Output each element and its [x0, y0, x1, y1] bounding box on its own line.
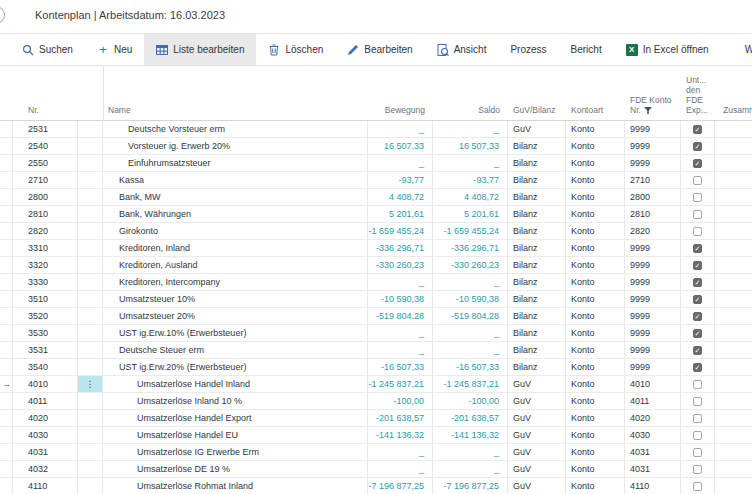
cell-bewegung[interactable]: _	[368, 342, 433, 358]
table-row[interactable]: 4030Umsatzerlöse Handel EU-141 136,32-14…	[0, 427, 752, 444]
cell-saldo[interactable]: _	[433, 274, 508, 290]
cell-nr[interactable]: 2550	[13, 155, 78, 171]
fde-export-checkbox[interactable]	[693, 482, 702, 491]
cell-fde-konto-nr[interactable]: 9999	[625, 121, 681, 137]
cell-guv-bilanz[interactable]: GuV	[508, 410, 566, 426]
cell-saldo[interactable]: _	[433, 444, 508, 460]
fde-export-checkbox[interactable]: ✓	[693, 329, 702, 338]
row-selector-gutter[interactable]: →	[0, 376, 13, 392]
table-row[interactable]: 4110Umsatzerlöse Rohmat Inland-7 196 877…	[0, 478, 752, 494]
cell-kontoart[interactable]: Konto	[566, 444, 625, 460]
column-header-name[interactable]: Name	[103, 105, 368, 120]
fde-export-checkbox[interactable]	[693, 210, 702, 219]
cell-saldo[interactable]: -330 260,23	[433, 257, 508, 273]
fde-export-checkbox[interactable]	[693, 448, 702, 457]
table-row[interactable]: 3530UST ig.Erw.10% (Erwerbsteuer)__Bilan…	[0, 325, 752, 342]
row-selector-gutter[interactable]	[0, 257, 13, 273]
cell-fde-konto-nr[interactable]: 4030	[625, 427, 681, 443]
row-selector-gutter[interactable]	[0, 325, 13, 341]
cell-guv-bilanz[interactable]: Bilanz	[508, 138, 566, 154]
cell-nr[interactable]: 4031	[13, 444, 78, 460]
cell-saldo[interactable]: 16 507,33	[433, 138, 508, 154]
cell-zusamm[interactable]	[715, 206, 752, 222]
column-header-nr[interactable]: Nr.	[13, 105, 78, 120]
edit-list-button[interactable]: Liste bearbeiten	[144, 34, 256, 65]
cell-zusamm[interactable]	[715, 461, 752, 477]
cell-kontoart[interactable]: Konto	[566, 138, 625, 154]
edit-button[interactable]: Bearbeiten	[335, 34, 424, 65]
cell-zusamm[interactable]	[715, 478, 752, 494]
cell-fde-konto-nr[interactable]: 4110	[625, 478, 681, 494]
cell-name[interactable]: Deutsche Steuer erm	[103, 342, 368, 358]
cell-fde-konto-nr[interactable]: 9999	[625, 138, 681, 154]
cell-guv-bilanz[interactable]: Bilanz	[508, 172, 566, 188]
cell-bewegung[interactable]: -7 196 877,25	[368, 478, 433, 494]
cell-guv-bilanz[interactable]: Bilanz	[508, 257, 566, 273]
cell-fde-konto-nr[interactable]: 2710	[625, 172, 681, 188]
fde-export-checkbox[interactable]	[693, 465, 702, 474]
search-button[interactable]: Suchen	[10, 34, 85, 65]
cell-bewegung[interactable]: -93,77	[368, 172, 433, 188]
cell-fde-konto-nr[interactable]: 4031	[625, 461, 681, 477]
cell-kontoart[interactable]: Konto	[566, 427, 625, 443]
table-row[interactable]: 4032Umsatzerlöse DE 19 %__GuVKonto4031	[0, 461, 752, 478]
row-selector-gutter[interactable]	[0, 393, 13, 409]
cell-guv-bilanz[interactable]: Bilanz	[508, 291, 566, 307]
cell-saldo[interactable]: -519 804,28	[433, 308, 508, 324]
more-options-button[interactable]: Weitere Optionen	[733, 34, 752, 65]
cell-kontoart[interactable]: Konto	[566, 308, 625, 324]
row-selector-gutter[interactable]	[0, 444, 13, 460]
cell-bewegung[interactable]: -141 136,32	[368, 427, 433, 443]
cell-guv-bilanz[interactable]: GuV	[508, 393, 566, 409]
cell-name[interactable]: Umsatzerlöse Handel EU	[103, 427, 368, 443]
cell-kontoart[interactable]: Konto	[566, 461, 625, 477]
cell-saldo[interactable]: _	[433, 121, 508, 137]
table-row[interactable]: 4031Umsatzerlöse IG Erwerbe Erm__GuVKont…	[0, 444, 752, 461]
column-header-guv-bilanz[interactable]: GuV/Bilanz	[508, 105, 566, 120]
row-selector-gutter[interactable]	[0, 308, 13, 324]
cell-fde-konto-nr[interactable]: 2810	[625, 206, 681, 222]
table-row[interactable]: 3520Umsatzsteuer 20%-519 804,28-519 804,…	[0, 308, 752, 325]
cell-name[interactable]: Umsatzerlöse Rohmat Inland	[103, 478, 368, 494]
cell-saldo[interactable]: _	[433, 155, 508, 171]
column-header-saldo[interactable]: Saldo	[433, 105, 508, 120]
cell-kontoart[interactable]: Konto	[566, 189, 625, 205]
cell-zusamm[interactable]	[715, 342, 752, 358]
cell-zusamm[interactable]	[715, 359, 752, 375]
row-selector-gutter[interactable]	[0, 138, 13, 154]
fde-export-checkbox[interactable]: ✓	[693, 125, 702, 134]
cell-fde-konto-nr[interactable]: 9999	[625, 274, 681, 290]
cell-nr[interactable]: 2710	[13, 172, 78, 188]
cell-name[interactable]: Kreditoren, Ausland	[103, 257, 368, 273]
cell-guv-bilanz[interactable]: GuV	[508, 478, 566, 494]
cell-bewegung[interactable]: _	[368, 155, 433, 171]
cell-nr[interactable]: 3510	[13, 291, 78, 307]
table-row[interactable]: 2550Einfuhrumsatzsteuer__BilanzKonto9999…	[0, 155, 752, 172]
cell-fde-konto-nr[interactable]: 2800	[625, 189, 681, 205]
cell-nr[interactable]: 2820	[13, 223, 78, 239]
open-in-excel-button[interactable]: X In Excel öffnen	[614, 34, 721, 65]
cell-name[interactable]: UST ig.Erw.20% (Erwerbsteuer)	[103, 359, 368, 375]
row-selector-gutter[interactable]	[0, 291, 13, 307]
cell-guv-bilanz[interactable]: Bilanz	[508, 240, 566, 256]
cell-fde-konto-nr[interactable]: 2820	[625, 223, 681, 239]
cell-name[interactable]: Kreditoren, Inland	[103, 240, 368, 256]
cell-name[interactable]: Bank, Währungen	[103, 206, 368, 222]
cell-kontoart[interactable]: Konto	[566, 291, 625, 307]
table-row[interactable]: 2540Vorsteuer ig. Erwerb 20%16 507,3316 …	[0, 138, 752, 155]
fde-export-checkbox[interactable]	[693, 176, 702, 185]
row-selector-gutter[interactable]	[0, 427, 13, 443]
cell-bewegung[interactable]: -519 804,28	[368, 308, 433, 324]
cell-saldo[interactable]: -1 245 837,21	[433, 376, 508, 392]
cell-zusamm[interactable]	[715, 138, 752, 154]
cell-saldo[interactable]: _	[433, 325, 508, 341]
cell-zusamm[interactable]	[715, 393, 752, 409]
cell-kontoart[interactable]: Konto	[566, 274, 625, 290]
cell-nr[interactable]: 2810	[13, 206, 78, 222]
cell-fde-konto-nr[interactable]: 9999	[625, 308, 681, 324]
cell-bewegung[interactable]: 5 201,61	[368, 206, 433, 222]
cell-zusamm[interactable]	[715, 155, 752, 171]
cell-guv-bilanz[interactable]: Bilanz	[508, 223, 566, 239]
cell-nr[interactable]: 3330	[13, 274, 78, 290]
cell-bewegung[interactable]: -16 507,33	[368, 359, 433, 375]
